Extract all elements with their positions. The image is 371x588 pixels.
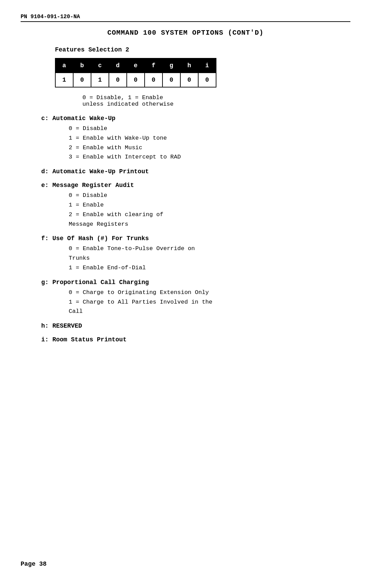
legend-block: 0 = Disable, 1 = Enable unless indicated… xyxy=(82,94,350,107)
table-header-cell: g xyxy=(162,58,180,73)
table-value-cell: 0 xyxy=(162,73,180,87)
feature-section: e: Message Register Audit0 = Disable1 = … xyxy=(21,182,350,228)
feature-option: 1 = Charge to All Parties Involved in th… xyxy=(69,298,350,306)
table-value-cell: 1 xyxy=(91,73,109,87)
feature-section: c: Automatic Wake-Up0 = Disable1 = Enabl… xyxy=(21,115,350,161)
feature-label: f: Use Of Hash (#) For Trunks xyxy=(41,235,350,242)
feature-section: h: RESERVED xyxy=(21,322,350,329)
section-title: Features Selection 2 xyxy=(55,46,350,53)
feature-section: g: Proportional Call Charging0 = Charge … xyxy=(21,279,350,316)
feature-label: e: Message Register Audit xyxy=(41,182,350,189)
legend-line1: 0 = Disable, 1 = Enable xyxy=(82,94,350,101)
legend-line2: unless indicated otherwise xyxy=(82,101,350,107)
features-table: abcdefghi 101000000 xyxy=(55,58,216,87)
feature-label: c: Automatic Wake-Up xyxy=(41,115,350,122)
feature-label: g: Proportional Call Charging xyxy=(41,279,350,286)
table-header-cell: c xyxy=(91,58,109,73)
page-title: COMMAND 100 SYSTEM OPTIONS (CONT'D) xyxy=(21,29,350,37)
feature-option: Trunks xyxy=(69,254,350,262)
feature-section: f: Use Of Hash (#) For Trunks 0 = Enable… xyxy=(21,235,350,272)
feature-option: 3 = Enable with Intercept to RAD xyxy=(69,153,350,161)
feature-label: h: RESERVED xyxy=(41,322,350,329)
table-header-cell: b xyxy=(73,58,91,73)
feature-label: d: Automatic Wake-Up Printout xyxy=(41,168,350,175)
table-value-cell: 0 xyxy=(180,73,198,87)
table-value-cell: 1 xyxy=(55,73,73,87)
feature-option: 2 = Enable with Music xyxy=(69,144,350,152)
table-value-cell: 0 xyxy=(127,73,145,87)
features-container: c: Automatic Wake-Up0 = Disable1 = Enabl… xyxy=(21,115,350,343)
table-header-cell: i xyxy=(198,58,216,73)
page-footer: Page 38 xyxy=(21,561,47,567)
table-value-cell: 0 xyxy=(109,73,127,87)
table-value-cell: 0 xyxy=(73,73,91,87)
feature-option: 0 = Disable xyxy=(69,191,350,200)
table-header-cell: a xyxy=(55,58,73,73)
table-value-cell: 0 xyxy=(198,73,216,87)
table-header-cell: d xyxy=(109,58,127,73)
feature-option: 1 = Enable End-of-Dial xyxy=(69,264,350,272)
feature-option: 1 = Enable with Wake-Up tone xyxy=(69,134,350,142)
table-header-cell: h xyxy=(180,58,198,73)
feature-option: Message Registers xyxy=(69,220,350,228)
feature-option: 0 = Charge to Originating Extension Only xyxy=(69,289,350,297)
feature-section: i: Room Status Printout xyxy=(21,336,350,343)
feature-section: d: Automatic Wake-Up Printout xyxy=(21,168,350,175)
feature-option: 0 = Enable Tone-to-Pulse Override on xyxy=(69,245,350,253)
table-header-cell: f xyxy=(145,58,162,73)
header-pn: PN 9104-091-120-NA xyxy=(21,14,350,20)
table-header-cell: e xyxy=(127,58,145,73)
table-value-cell: 0 xyxy=(145,73,162,87)
feature-option: 1 = Enable xyxy=(69,201,350,209)
feature-option: 0 = Disable xyxy=(69,125,350,133)
feature-option: Call xyxy=(69,307,350,316)
feature-option: 2 = Enable with clearing of xyxy=(69,211,350,219)
feature-label: i: Room Status Printout xyxy=(41,336,350,343)
